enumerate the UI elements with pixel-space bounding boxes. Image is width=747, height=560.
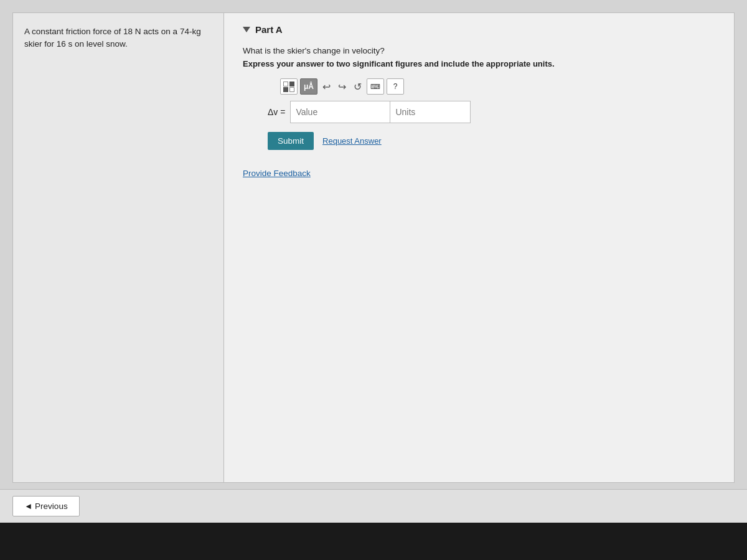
- value-input[interactable]: [290, 101, 390, 123]
- submit-button[interactable]: Submit: [268, 132, 314, 150]
- provide-feedback-button[interactable]: Provide Feedback: [243, 169, 311, 178]
- mu-label: μÅ: [304, 82, 314, 91]
- undo-button[interactable]: ↩: [320, 80, 333, 94]
- collapse-arrow-icon[interactable]: [243, 27, 250, 32]
- answer-row: Δv =: [268, 101, 715, 123]
- units-input[interactable]: [390, 101, 471, 123]
- keyboard-icon: ⌨: [370, 83, 380, 91]
- part-a-header: Part A: [243, 24, 715, 35]
- part-a-title: Part A: [255, 24, 283, 35]
- undo-icon: ↩: [322, 82, 331, 92]
- previous-button[interactable]: ◄ Previous: [12, 496, 80, 516]
- action-row: Submit Request Answer: [268, 132, 715, 150]
- request-answer-label: Request Answer: [322, 136, 382, 146]
- question-text: What is the skier's change in velocity?: [243, 46, 715, 55]
- provide-feedback-label: Provide Feedback: [243, 169, 311, 178]
- problem-text: A constant friction force of 18 N acts o…: [24, 26, 212, 51]
- refresh-button[interactable]: ↺: [351, 80, 364, 94]
- math-toolbar: μÅ ↩ ↪ ↺ ⌨ ?: [280, 78, 715, 95]
- help-icon: ?: [393, 82, 398, 91]
- bottom-bar: ◄ Previous: [0, 489, 747, 523]
- help-button[interactable]: ?: [387, 78, 404, 95]
- problem-panel: A constant friction force of 18 N acts o…: [12, 12, 224, 483]
- answer-panel: Part A What is the skier's change in vel…: [224, 12, 735, 483]
- instruction-text: Express your answer to two significant f…: [243, 59, 715, 68]
- redo-button[interactable]: ↪: [336, 80, 349, 94]
- request-answer-button[interactable]: Request Answer: [322, 136, 382, 146]
- dark-footer: [0, 523, 747, 560]
- submit-label: Submit: [278, 136, 304, 146]
- mu-button[interactable]: μÅ: [300, 78, 317, 95]
- refresh-icon: ↺: [354, 82, 362, 92]
- redo-icon: ↪: [338, 82, 346, 92]
- grid-icon-button[interactable]: [280, 78, 298, 95]
- keyboard-button[interactable]: ⌨: [367, 78, 384, 95]
- delta-v-label: Δv =: [268, 107, 285, 117]
- previous-label: ◄ Previous: [24, 502, 68, 511]
